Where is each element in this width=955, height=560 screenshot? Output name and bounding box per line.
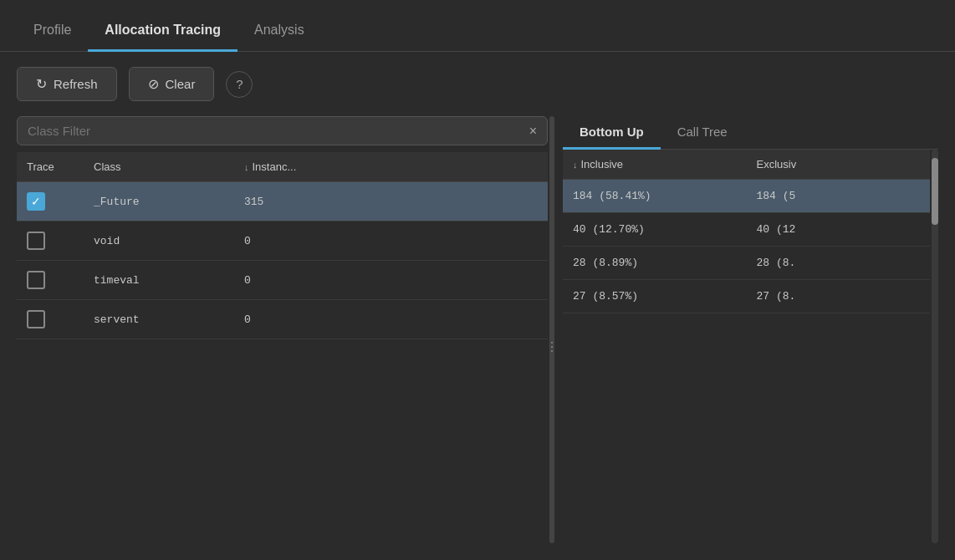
- checkbox-3[interactable]: [27, 310, 45, 328]
- td-checkbox-2[interactable]: [17, 261, 84, 299]
- table-body: ✓ _Future 315 void 0: [17, 182, 548, 543]
- right-table: ↓ Inclusive Exclusiv 184 (58.41%) 184 (5: [563, 150, 930, 543]
- th-instances-label: Instanc...: [253, 160, 297, 173]
- right-td-inclusive-1: 40 (12.70%): [563, 213, 747, 246]
- td-instances-3: 0: [234, 300, 548, 339]
- right-td-inclusive-2: 28 (8.89%): [563, 247, 747, 279]
- main-content: × Trace Class ↓ Instanc...: [0, 116, 955, 560]
- sub-tab-bar: Bottom Up Call Tree: [563, 116, 938, 150]
- right-td-exclusive-1: 40 (12: [747, 213, 931, 246]
- right-th-inclusive[interactable]: ↓ Inclusive: [563, 150, 747, 179]
- panel-divider[interactable]: [549, 116, 554, 543]
- help-icon: ?: [236, 77, 243, 91]
- class-filter-input[interactable]: [28, 124, 523, 138]
- tab-bar: Profile Allocation Tracing Analysis: [0, 0, 955, 52]
- th-trace-label: Trace: [27, 160, 54, 173]
- toolbar: ↻ Refresh ⊘ Clear ?: [0, 52, 955, 116]
- clear-icon: ⊘: [148, 76, 159, 92]
- right-td-inclusive-3: 27 (8.57%): [563, 280, 747, 313]
- right-table-row[interactable]: 27 (8.57%) 27 (8.: [563, 280, 930, 313]
- help-button[interactable]: ?: [226, 71, 253, 98]
- sub-tab-call-tree[interactable]: Call Tree: [661, 116, 744, 150]
- right-panel: Bottom Up Call Tree ↓ Inclusive Exclusiv: [563, 116, 938, 543]
- table-row[interactable]: ✓ _Future 315: [17, 182, 548, 221]
- th-class-label: Class: [94, 160, 121, 173]
- checkmark-icon: ✓: [31, 196, 41, 207]
- clear-button[interactable]: ⊘ Clear: [129, 67, 215, 101]
- checkbox-0[interactable]: ✓: [27, 192, 45, 211]
- right-td-exclusive-0: 184 (5: [747, 180, 931, 212]
- td-checkbox-0[interactable]: ✓: [17, 182, 84, 221]
- td-instances-2: 0: [234, 261, 548, 299]
- right-table-row[interactable]: 28 (8.89%) 28 (8.: [563, 247, 930, 280]
- left-panel: × Trace Class ↓ Instanc...: [17, 116, 548, 543]
- refresh-label: Refresh: [54, 77, 98, 91]
- right-th-exclusive-label: Exclusiv: [757, 158, 797, 171]
- right-panel-inner: ↓ Inclusive Exclusiv 184 (58.41%) 184 (5: [563, 150, 938, 543]
- right-table-body: 184 (58.41%) 184 (5 40 (12.70%) 40 (12 2…: [563, 180, 930, 543]
- right-table-row[interactable]: 40 (12.70%) 40 (12: [563, 213, 930, 247]
- td-checkbox-1[interactable]: [17, 221, 84, 260]
- data-table: Trace Class ↓ Instanc...: [17, 152, 548, 543]
- tab-analysis[interactable]: Analysis: [237, 11, 321, 52]
- right-th-inclusive-label: Inclusive: [581, 158, 624, 171]
- app-container: Profile Allocation Tracing Analysis ↻ Re…: [0, 0, 955, 560]
- tab-profile[interactable]: Profile: [17, 11, 88, 52]
- right-scrollbar[interactable]: [932, 150, 938, 543]
- tab-allocation-tracing[interactable]: Allocation Tracing: [88, 11, 237, 52]
- td-class-3: servent: [84, 300, 234, 339]
- filter-clear-button[interactable]: ×: [529, 125, 537, 138]
- checkbox-2[interactable]: [27, 271, 45, 289]
- right-th-inclusive-sort-icon: ↓: [573, 160, 578, 170]
- td-instances-0: 315: [234, 182, 548, 221]
- table-row[interactable]: servent 0: [17, 300, 548, 339]
- clear-label: Clear: [166, 77, 196, 91]
- right-scrollbar-thumb[interactable]: [932, 158, 938, 225]
- sub-tab-bottom-up[interactable]: Bottom Up: [563, 116, 661, 150]
- td-class-0: _Future: [84, 182, 234, 221]
- refresh-icon: ↻: [36, 76, 47, 92]
- th-trace: Trace: [17, 152, 84, 181]
- td-checkbox-3[interactable]: [17, 300, 84, 339]
- th-instances-sort-icon: ↓: [244, 162, 249, 172]
- table-header: Trace Class ↓ Instanc...: [17, 152, 548, 182]
- right-th-exclusive: Exclusiv: [747, 150, 931, 179]
- td-class-2: timeval: [84, 261, 234, 299]
- right-td-exclusive-2: 28 (8.: [747, 247, 931, 279]
- right-td-exclusive-3: 27 (8.: [747, 280, 931, 313]
- td-class-1: void: [84, 221, 234, 260]
- right-table-row[interactable]: 184 (58.41%) 184 (5: [563, 180, 930, 213]
- table-row[interactable]: timeval 0: [17, 261, 548, 300]
- filter-row: ×: [17, 116, 548, 145]
- refresh-button[interactable]: ↻ Refresh: [17, 67, 117, 101]
- th-instances[interactable]: ↓ Instanc...: [234, 152, 548, 181]
- right-table-header: ↓ Inclusive Exclusiv: [563, 150, 930, 180]
- th-class: Class: [84, 152, 234, 181]
- checkbox-1[interactable]: [27, 232, 45, 250]
- right-td-inclusive-0: 184 (58.41%): [563, 180, 747, 212]
- td-instances-1: 0: [234, 221, 548, 260]
- table-row[interactable]: void 0: [17, 221, 548, 261]
